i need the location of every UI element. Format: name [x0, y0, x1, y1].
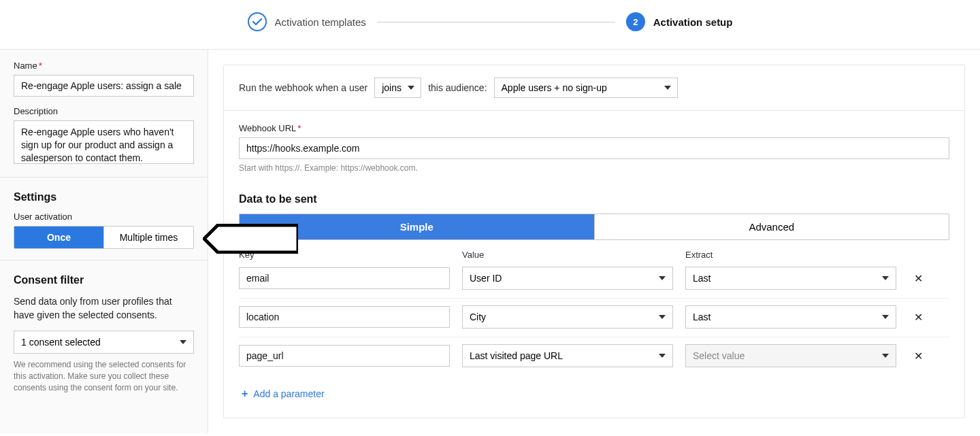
data-mode-tabs: Simple Advanced: [239, 214, 949, 240]
tab-simple[interactable]: Simple: [240, 214, 594, 239]
run-condition-row: Run the webhook when a user joins this a…: [239, 78, 949, 98]
consent-help-text: We recommend using the selected consents…: [14, 359, 194, 395]
col-extract-label: Extract: [685, 250, 896, 260]
step-2-label: Activation setup: [653, 16, 733, 28]
name-label: Name*: [14, 61, 194, 71]
activation-card: Run the webhook when a user joins this a…: [223, 65, 965, 418]
webhook-url-input[interactable]: [239, 137, 949, 159]
webhook-url-label: Webhook URL*: [239, 123, 949, 133]
remove-param-button[interactable]: ✕: [909, 307, 928, 326]
consent-select[interactable]: 1 consent selected: [14, 331, 194, 354]
settings-heading: Settings: [14, 191, 194, 203]
param-key-input[interactable]: [239, 306, 450, 328]
param-key-input[interactable]: [239, 267, 450, 289]
tab-advanced[interactable]: Advanced: [594, 214, 949, 239]
run-prefix-text: Run the webhook when a user: [239, 82, 368, 93]
add-parameter-label: Add a parameter: [253, 388, 324, 399]
param-row: User ID Last ✕: [239, 267, 949, 299]
step-2-number: 2: [626, 12, 645, 31]
wizard-stepper: Activation templates 2 Activation setup: [0, 0, 980, 49]
remove-param-button[interactable]: ✕: [909, 269, 928, 288]
name-input[interactable]: [14, 75, 194, 97]
close-icon: ✕: [914, 272, 923, 285]
step-1[interactable]: Activation templates: [248, 12, 366, 31]
description-input[interactable]: Re-engage Apple users who haven't sign u…: [14, 120, 194, 164]
step-1-label: Activation templates: [275, 16, 366, 28]
main-content: Run the webhook when a user joins this a…: [208, 50, 980, 433]
close-icon: ✕: [914, 350, 923, 363]
audience-select[interactable]: Apple users + no sign-up: [494, 78, 678, 98]
consent-filter-description: Send data only from user profiles that h…: [14, 295, 194, 322]
param-value-select[interactable]: Last visited page URL: [462, 344, 673, 367]
add-parameter-button[interactable]: + Add a parameter: [239, 382, 327, 405]
step-2[interactable]: 2 Activation setup: [626, 12, 733, 31]
activation-multiple-button[interactable]: Multiple times: [103, 227, 193, 248]
activation-once-button[interactable]: Once: [14, 227, 103, 248]
run-mid-text: this audience:: [428, 82, 487, 93]
sidebar: Name* Description Re-engage Apple users …: [0, 50, 208, 433]
close-icon: ✕: [914, 311, 923, 324]
param-extract-select[interactable]: Last: [685, 267, 896, 290]
param-row: City Last ✕: [239, 305, 949, 337]
check-icon: [248, 12, 267, 31]
col-value-label: Value: [462, 250, 673, 260]
plus-icon: +: [242, 388, 248, 400]
param-value-select[interactable]: User ID: [462, 267, 673, 290]
data-to-send-heading: Data to be sent: [239, 193, 949, 205]
col-key-label: Key: [239, 250, 450, 260]
user-activation-toggle: Once Multiple times: [14, 226, 194, 249]
param-key-input[interactable]: [239, 345, 450, 367]
remove-param-button[interactable]: ✕: [909, 346, 928, 365]
step-connector: [377, 22, 615, 22]
param-extract-select[interactable]: Last: [685, 305, 896, 329]
webhook-url-hint: Start with https://. Example: https://we…: [239, 163, 949, 173]
user-activation-label: User activation: [14, 212, 194, 222]
trigger-select[interactable]: joins: [374, 78, 421, 98]
param-value-select[interactable]: City: [462, 305, 673, 329]
param-columns-header: Key Value Extract: [239, 250, 949, 260]
consent-filter-heading: Consent filter: [14, 274, 194, 286]
param-row: Last visited page URL Select value ✕: [239, 344, 949, 375]
param-extract-select[interactable]: Select value: [685, 344, 896, 367]
description-label: Description: [14, 106, 194, 116]
